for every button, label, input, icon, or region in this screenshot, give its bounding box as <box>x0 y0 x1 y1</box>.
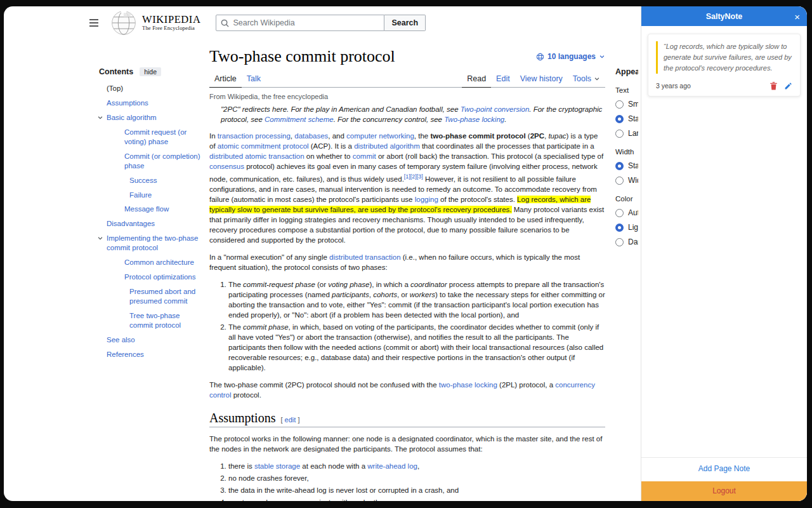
toc-link[interactable]: (Top) <box>107 84 123 92</box>
delete-note-button[interactable] <box>769 81 778 90</box>
toc-hide-button[interactable]: hide <box>140 67 161 76</box>
tab-edit[interactable]: Edit <box>491 71 515 87</box>
toc-link[interactable]: Assumptions <box>107 99 148 107</box>
tab-article[interactable]: Article <box>209 71 242 88</box>
wikipedia-logo[interactable]: WIKIPEDIA The Free Encyclopedia <box>110 10 200 36</box>
appearance-option[interactable]: Light <box>615 223 638 232</box>
section-heading: Assumptions[ edit ] <box>209 413 605 427</box>
toc-link[interactable]: Message flow <box>124 205 169 213</box>
add-page-note-link[interactable]: Add Page Note <box>641 457 807 481</box>
chevron-down-icon[interactable] <box>97 114 103 123</box>
article-link[interactable]: Two-phase locking <box>444 116 504 123</box>
article-link[interactable]: Commitment scheme <box>265 116 334 123</box>
toc-link[interactable]: Commit request (or voting) phase <box>124 128 187 145</box>
tab-read[interactable]: Read <box>462 71 491 88</box>
toc-item[interactable]: Disadvantages <box>99 219 202 229</box>
toc-item[interactable]: Common architecture <box>99 258 202 267</box>
toc-link[interactable]: References <box>107 351 144 358</box>
toc-item[interactable]: (Top) <box>99 84 202 93</box>
radio-icon[interactable] <box>615 115 624 123</box>
toc-item[interactable]: Failure <box>99 190 202 200</box>
list-item: any two nodes can communicate with each … <box>228 497 605 501</box>
radio-icon[interactable] <box>615 130 624 138</box>
toc-item[interactable]: Message flow <box>99 204 202 214</box>
radio-icon[interactable] <box>615 162 624 170</box>
toc-link[interactable]: Common architecture <box>124 258 194 266</box>
article-link[interactable]: stable storage <box>254 462 300 470</box>
tab-tools[interactable]: Tools <box>568 71 605 87</box>
text-run: there is <box>228 462 254 470</box>
appearance-option[interactable]: Dark <box>615 237 638 246</box>
appearance-option[interactable]: Wide <box>615 176 638 185</box>
toc-link[interactable]: See also <box>107 336 135 344</box>
main-menu-button[interactable] <box>89 18 99 27</box>
article-link[interactable]: computer networking <box>346 132 414 140</box>
logout-button[interactable]: Logout <box>641 481 807 501</box>
article-link[interactable]: distributed algorithm <box>354 142 420 150</box>
toc-link[interactable]: Failure <box>129 191 152 199</box>
tab-talk[interactable]: Talk <box>242 71 266 87</box>
search-button[interactable]: Search <box>384 15 426 31</box>
radio-icon[interactable] <box>615 177 624 185</box>
hamburger-icon <box>89 18 99 27</box>
toc-link[interactable]: Commit (or completion) phase <box>124 152 200 170</box>
edit-note-button[interactable] <box>784 82 792 90</box>
close-icon[interactable]: × <box>794 11 800 21</box>
article-link[interactable]: logging <box>415 196 438 203</box>
radio-icon[interactable] <box>615 100 624 109</box>
article-link[interactable]: transaction processing <box>218 132 291 140</box>
toc-link[interactable]: Success <box>129 177 157 184</box>
search-input[interactable] <box>233 18 379 27</box>
article-link[interactable]: distributed atomic transaction <box>209 152 304 160</box>
toc-link[interactable]: Basic algorithm <box>107 114 157 121</box>
article-tabs: Article Talk Read Edit View history Tool… <box>209 71 605 88</box>
toc-item[interactable]: Protocol optimizations <box>99 272 202 282</box>
article-link[interactable]: consensus <box>209 163 244 170</box>
toc-link[interactable]: Presumed abort and presumed commit <box>129 288 195 305</box>
appearance-title: Appearance <box>615 67 638 76</box>
article-link[interactable]: write-ahead log <box>367 462 417 470</box>
appearance-option[interactable]: Standard <box>615 114 638 123</box>
article-header: Two-phase commit protocol 10 languages <box>209 47 605 66</box>
appearance-option[interactable]: Large <box>615 129 638 138</box>
radio-label: Small <box>628 100 638 109</box>
radio-icon[interactable] <box>615 209 624 217</box>
toc-link[interactable]: Protocol optimizations <box>124 273 196 281</box>
radio-icon[interactable] <box>615 238 624 246</box>
radio-icon[interactable] <box>615 224 624 232</box>
toc-item[interactable]: Implementing the two-phase commit protoc… <box>99 234 202 253</box>
citation-link[interactable]: [1][2][3] <box>404 173 423 180</box>
text-run: no node crashes forever, <box>228 474 309 482</box>
toc-link[interactable]: Tree two-phase commit protocol <box>129 312 181 329</box>
toc-item[interactable]: Success <box>99 176 202 185</box>
article-link[interactable]: databases <box>294 132 328 140</box>
edit-link[interactable]: edit <box>285 416 296 424</box>
appearance-option[interactable]: Automatic <box>615 208 638 217</box>
toc-link[interactable]: Implementing the two-phase commit protoc… <box>107 234 198 251</box>
article-link[interactable]: two-phase locking <box>439 381 497 389</box>
toc-item[interactable]: Tree two-phase commit protocol <box>99 311 202 330</box>
toc-item[interactable]: Presumed abort and presumed commit <box>99 287 202 306</box>
list-item: the data in the write-ahead log is never… <box>228 485 605 495</box>
toc-item[interactable]: References <box>99 350 202 359</box>
toc-item[interactable]: Commit (or completion) phase <box>99 152 202 171</box>
chevron-down-icon[interactable] <box>97 234 103 244</box>
appearance-option[interactable]: Standard <box>615 161 638 170</box>
toc-item[interactable]: Basic algorithm <box>99 113 202 123</box>
search-box <box>216 15 384 31</box>
text-run: , or <box>397 291 410 298</box>
appearance-option[interactable]: Small <box>615 100 638 109</box>
article-link[interactable]: Two-point conversion <box>461 105 529 113</box>
search-bar: Search <box>216 15 426 31</box>
article-link[interactable]: atomic commitment protocol <box>218 142 309 150</box>
tab-view-history[interactable]: View history <box>515 71 568 87</box>
toc-item[interactable]: Assumptions <box>99 98 202 108</box>
article-link[interactable]: commit <box>353 152 376 160</box>
toc-link[interactable]: Disadvantages <box>107 220 155 227</box>
toc-item[interactable]: Commit request (or voting) phase <box>99 128 202 147</box>
pencil-icon <box>784 82 792 90</box>
article-link[interactable]: distributed transaction <box>329 253 401 261</box>
hatnote: "2PC" redirects here. For the play in Am… <box>221 104 605 124</box>
toc-item[interactable]: See also <box>99 335 202 345</box>
languages-button[interactable]: 10 languages <box>536 52 605 61</box>
